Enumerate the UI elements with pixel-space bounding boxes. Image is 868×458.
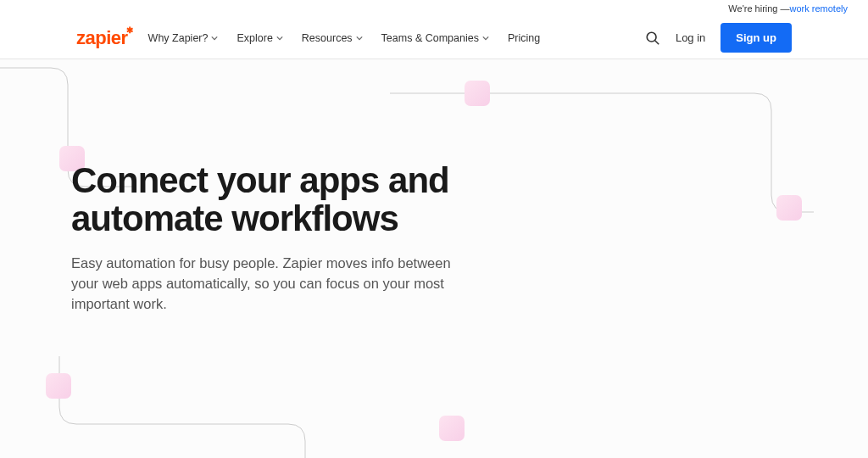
chevron-down-icon xyxy=(356,35,363,42)
nav-pricing[interactable]: Pricing xyxy=(508,32,540,44)
nav-label: Teams & Companies xyxy=(381,32,479,44)
hero-section: Connect your apps and automate workflows… xyxy=(0,59,868,458)
logo-star-icon: ✱ xyxy=(126,25,133,35)
nav-explore[interactable]: Explore xyxy=(236,32,282,44)
nav-why-zapier[interactable]: Why Zapier? xyxy=(148,32,219,44)
nav-label: Pricing xyxy=(508,32,540,44)
nav-resources[interactable]: Resources xyxy=(302,32,363,44)
chevron-down-icon xyxy=(211,35,218,42)
hiring-banner: We're hiring — work remotely xyxy=(0,0,868,17)
work-remotely-link[interactable]: work remotely xyxy=(790,3,848,14)
decorative-square xyxy=(465,81,490,106)
svg-line-1 xyxy=(655,40,659,44)
nav-label: Explore xyxy=(236,32,272,44)
hero-title: Connect your apps and automate workflows xyxy=(71,161,495,238)
chevron-down-icon xyxy=(482,35,489,42)
signup-button[interactable]: Sign up xyxy=(721,23,792,53)
chevron-down-icon xyxy=(276,35,283,42)
nav-label: Why Zapier? xyxy=(148,32,209,44)
login-link[interactable]: Log in xyxy=(676,31,705,44)
main-nav: Why Zapier? Explore Resources Teams & Co… xyxy=(148,32,645,44)
search-icon[interactable] xyxy=(645,31,660,46)
nav-label: Resources xyxy=(302,32,353,44)
nav-teams-companies[interactable]: Teams & Companies xyxy=(381,32,489,44)
hiring-text: We're hiring — xyxy=(728,3,789,14)
logo-text: zapier xyxy=(76,27,128,48)
svg-point-0 xyxy=(647,32,656,42)
zapier-logo[interactable]: zapier✱ xyxy=(76,27,128,49)
decorative-square xyxy=(46,373,71,399)
hero-subtitle: Easy automation for busy people. Zapier … xyxy=(71,254,461,315)
main-header: zapier✱ Why Zapier? Explore Resources Te… xyxy=(0,17,868,59)
decorative-square xyxy=(439,416,465,441)
